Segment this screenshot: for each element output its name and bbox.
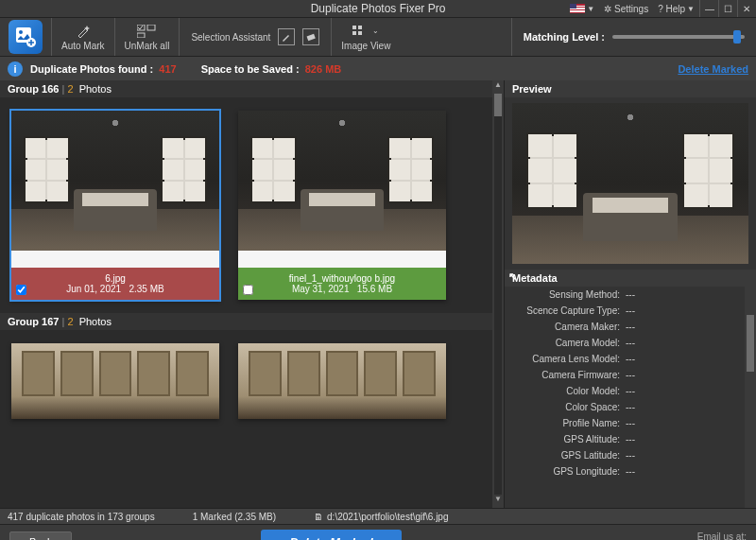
scroll-down-icon[interactable]: ▼ <box>492 495 504 508</box>
matching-level-label: Matching Level : <box>524 31 605 43</box>
metadata-header: ↖Metadata <box>505 270 756 287</box>
eraser-icon <box>305 31 317 43</box>
delete-marked-link[interactable]: Delete Marked <box>678 63 748 75</box>
main-area: Group 166 | 2 Photos 6.jpg Jun 01, 2021 … <box>0 80 756 508</box>
status-summary: 417 duplicate photos in 173 groups <box>8 512 155 522</box>
back-button[interactable]: Back <box>9 531 72 540</box>
auto-mark-button[interactable]: Auto Mark <box>51 18 114 56</box>
group-header[interactable]: Group 167 | 2 Photos <box>0 313 504 330</box>
matching-level-slider[interactable] <box>612 35 745 39</box>
group-header[interactable]: Group 166 | 2 Photos <box>0 80 504 97</box>
metadata-row: GPS Altitude:--- <box>512 431 748 447</box>
thumbnail-image <box>238 111 446 251</box>
grid-icon: ⌄ <box>352 24 379 39</box>
info-bar: i Duplicate Photos found : 417 Space to … <box>0 57 756 80</box>
footer: Back Delete Marked Email us at: support@… <box>0 524 756 540</box>
photo-checkbox[interactable] <box>16 285 26 295</box>
thumbnail-row <box>0 330 504 432</box>
info-icon: i <box>8 61 23 77</box>
metadata-row: Camera Model:--- <box>512 335 748 351</box>
status-marked: 1 Marked (2.35 MB) <box>193 512 276 522</box>
flag-icon <box>570 4 585 13</box>
photo-card[interactable] <box>238 343 446 419</box>
space-saved: Space to be Saved : 826 MB <box>201 63 342 75</box>
metadata-row: Scence Capture Type:--- <box>512 303 748 319</box>
delete-marked-button[interactable]: Delete Marked <box>261 530 401 541</box>
unmark-all-button[interactable]: UnMark all <box>114 18 180 56</box>
app-title: Duplicate Photos Fixer Pro <box>311 2 446 15</box>
status-bar: 417 duplicate photos in 173 groups 1 Mar… <box>0 508 756 524</box>
preview-pane: Preview ↖Metadata Sensing Method:--- Sce… <box>504 80 756 508</box>
photo-caption: finel_1_withouylogo b.jpg May 31, 2021 1… <box>238 268 446 300</box>
status-path: 🗎d:\2021\portfolio\test\gif\6.jpg <box>314 512 448 522</box>
svg-point-1 <box>19 30 23 34</box>
maximize-button[interactable]: ☐ <box>718 0 737 17</box>
photo-card[interactable]: finel_1_withouylogo b.jpg May 31, 2021 1… <box>238 111 446 300</box>
thumbnail-image <box>11 343 219 419</box>
svg-rect-4 <box>147 25 155 30</box>
wand-icon <box>76 24 91 39</box>
duplicates-found: Duplicate Photos found : 417 <box>30 63 177 75</box>
metadata-row: GPS Latitude:--- <box>512 447 748 463</box>
metadata-row: GPS Longitude:--- <box>512 463 748 479</box>
app-logo <box>0 18 51 56</box>
metadata-row: Sensing Method:--- <box>512 287 748 303</box>
selection-tool-2[interactable] <box>302 28 319 45</box>
checklist-icon <box>137 24 156 39</box>
close-button[interactable]: ✕ <box>737 0 756 17</box>
metadata-list: Sensing Method:--- Scence Capture Type:-… <box>505 287 756 508</box>
logo-icon <box>14 26 37 48</box>
metadata-row: Profile Name:--- <box>512 415 748 431</box>
gear-icon: ✲ <box>604 4 611 14</box>
thumbnail-row: 6.jpg Jun 01, 2021 2.35 MB finel_1_witho… <box>0 97 504 313</box>
metadata-scrollbar[interactable] <box>745 287 756 508</box>
wand-icon <box>281 31 292 43</box>
svg-rect-5 <box>137 33 145 38</box>
selection-tool-1[interactable] <box>278 28 295 45</box>
photo-checkbox[interactable] <box>243 285 253 295</box>
metadata-row: Camera Firmware:--- <box>512 367 748 383</box>
metadata-row: Color Space:--- <box>512 399 748 415</box>
scroll-up-icon[interactable]: ▲ <box>492 80 504 94</box>
metadata-row: Camera Lens Model:--- <box>512 351 748 367</box>
svg-rect-7 <box>352 26 356 29</box>
thumbnail-image <box>238 343 446 419</box>
metadata-row: Color Model:--- <box>512 383 748 399</box>
preview-image <box>512 103 748 264</box>
svg-rect-6 <box>307 34 316 41</box>
photo-card[interactable]: 6.jpg Jun 01, 2021 2.35 MB <box>11 111 219 300</box>
svg-rect-9 <box>352 31 356 35</box>
photo-caption: 6.jpg Jun 01, 2021 2.35 MB <box>11 268 219 300</box>
toolbar: Auto Mark UnMark all Selection Assistant… <box>0 18 756 57</box>
svg-rect-10 <box>358 31 362 35</box>
cursor-icon: ↖ <box>508 270 517 283</box>
file-icon: 🗎 <box>314 512 323 522</box>
image-view-button[interactable]: ⌄ Image View <box>331 18 400 56</box>
results-scrollbar[interactable]: ▲ ▼ <box>492 80 504 508</box>
photo-card[interactable] <box>11 343 219 419</box>
thumbnail-image <box>11 111 219 251</box>
settings-menu[interactable]: ✲ Settings <box>599 0 653 17</box>
matching-level-section: Matching Level : <box>511 18 756 56</box>
selection-assistant-section: Selection Assistant <box>179 18 331 56</box>
support-email: Email us at: support@systweak.com <box>646 531 747 540</box>
title-bar: Duplicate Photos Fixer Pro ▼ ✲ Settings … <box>0 0 756 18</box>
help-menu[interactable]: ? Help▼ <box>653 0 699 17</box>
language-selector[interactable]: ▼ <box>565 0 599 17</box>
slider-thumb[interactable] <box>733 30 741 44</box>
svg-rect-8 <box>358 26 362 29</box>
preview-header: Preview <box>505 80 756 97</box>
results-pane: Group 166 | 2 Photos 6.jpg Jun 01, 2021 … <box>0 80 504 508</box>
metadata-row: Camera Maker:--- <box>512 319 748 335</box>
minimize-button[interactable]: — <box>699 0 718 17</box>
